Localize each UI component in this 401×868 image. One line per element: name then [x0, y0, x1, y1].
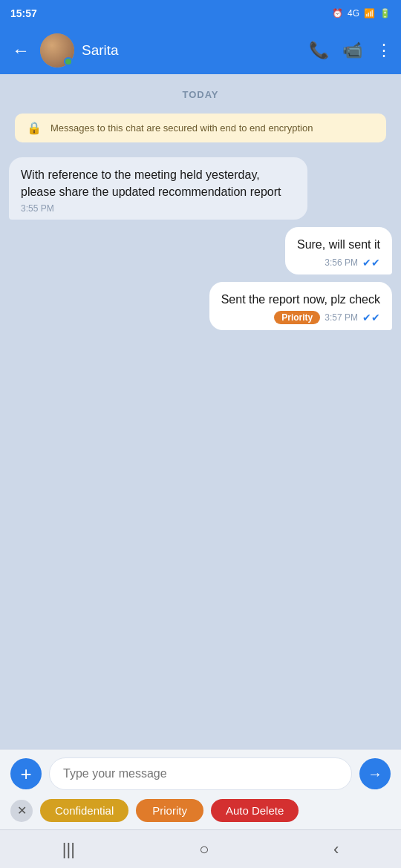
confidential-tag[interactable]: Confidential	[40, 799, 128, 822]
home-icon[interactable]: ○	[199, 840, 209, 859]
message-text: Sure, will sent it	[297, 236, 380, 253]
signal-icon: 📶	[364, 8, 375, 19]
input-area: + → ✕ Confidential Priority Auto Delete	[0, 749, 401, 829]
encryption-text: Messages to this chat are secured with e…	[50, 122, 313, 134]
message-time: 3:57 PM	[325, 312, 358, 323]
message-input[interactable]	[49, 757, 352, 790]
message-meta: 3:56 PM ✔✔	[297, 257, 380, 269]
tags-row: ✕ Confidential Priority Auto Delete	[10, 798, 391, 823]
back-button[interactable]: ←	[9, 37, 33, 64]
status-icons: ⏰ 4G 📶 🔋	[332, 8, 391, 19]
call-button[interactable]: 📞	[309, 41, 329, 60]
status-time: 15:57	[10, 7, 37, 19]
remove-tag-button[interactable]: ✕	[10, 800, 33, 822]
priority-tag[interactable]: Priority	[136, 799, 203, 822]
message-text: Sent the report now, plz check	[221, 291, 380, 308]
contact-name: Sarita	[82, 42, 301, 59]
message-incoming-1: With reference to the meeting held yeste…	[9, 157, 307, 220]
video-button[interactable]: 📹	[342, 41, 362, 60]
message-outgoing-1: Sure, will sent it 3:56 PM ✔✔	[285, 227, 392, 274]
message-meta: Priority 3:57 PM ✔✔	[221, 311, 380, 324]
autodelete-tag[interactable]: Auto Delete	[211, 799, 299, 822]
date-label: TODAY	[9, 89, 392, 100]
network-icon: 4G	[348, 8, 359, 19]
encryption-notice: 🔒 Messages to this chat are secured with…	[15, 114, 386, 142]
battery-icon: 🔋	[379, 8, 391, 19]
lock-icon: 🔒	[27, 121, 42, 135]
back-nav-icon[interactable]: ‹	[333, 840, 339, 859]
message-text: With reference to the meeting held yeste…	[21, 166, 296, 200]
online-indicator	[64, 57, 73, 66]
header-actions: 📞 📹 ⋮	[309, 41, 392, 60]
message-time: 3:56 PM	[325, 257, 358, 268]
message-outgoing-2: Sent the report now, plz check Priority …	[209, 282, 392, 330]
nav-bar: ||| ○ ‹	[0, 829, 401, 868]
chat-area: TODAY 🔒 Messages to this chat are secure…	[0, 74, 401, 749]
priority-badge: Priority	[274, 311, 320, 324]
alarm-icon: ⏰	[332, 8, 343, 19]
chat-header: ← Sarita 📞 📹 ⋮	[0, 27, 401, 74]
status-bar: 15:57 ⏰ 4G 📶 🔋	[0, 0, 401, 27]
message-time: 3:55 PM	[21, 203, 296, 214]
input-row: + →	[10, 757, 391, 790]
send-button[interactable]: →	[359, 758, 391, 789]
read-receipt-icon: ✔✔	[362, 312, 380, 323]
add-button[interactable]: +	[10, 758, 42, 789]
read-receipt-icon: ✔✔	[362, 257, 380, 269]
more-menu-button[interactable]: ⋮	[376, 41, 392, 60]
avatar	[40, 33, 74, 68]
recent-apps-icon[interactable]: |||	[62, 840, 75, 859]
